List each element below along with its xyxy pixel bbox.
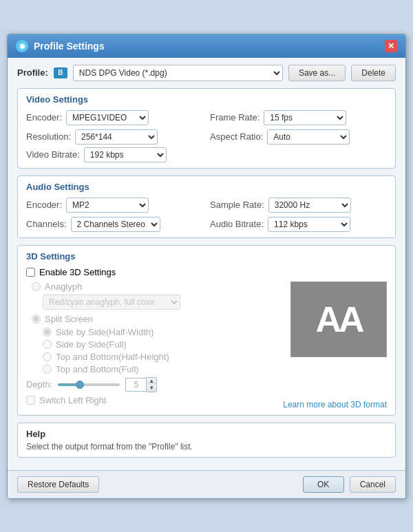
audio-settings-section: Audio Settings Encoder: MP2 Sample Rate:… xyxy=(17,175,396,238)
top-bottom-full-label: Top and Bottom(Full) xyxy=(56,364,139,374)
depth-slider[interactable] xyxy=(58,383,120,386)
side-by-side-full-label: Side by Side(Full) xyxy=(56,339,127,350)
title-bar: ◉ Profile Settings ✕ xyxy=(8,34,405,58)
top-bottom-half-row: Top and Bottom(Half-Height) xyxy=(26,352,276,362)
footer-right-buttons: OK Cancel xyxy=(303,476,396,493)
delete-button[interactable]: Delete xyxy=(351,65,396,81)
learn-more-link[interactable]: Learn more about 3D format xyxy=(283,400,387,409)
app-icon: ◉ xyxy=(16,40,28,52)
channels-label: Channels: xyxy=(26,219,67,229)
side-by-side-full-radio[interactable] xyxy=(43,340,52,349)
video-settings-grid: Encoder: MPEG1VIDEO Frame Rate: 15 fps R… xyxy=(26,110,387,145)
video-bitrate-row: Video Bitrate: 192 kbps xyxy=(26,147,387,162)
depth-down-arrow[interactable]: ▼ xyxy=(147,385,156,392)
enable-3d-checkbox[interactable] xyxy=(26,268,35,277)
cancel-button[interactable]: Cancel xyxy=(350,476,396,493)
enable-3d-row: Enable 3D Settings xyxy=(26,267,387,277)
profile-settings-dialog: ◉ Profile Settings ✕ Profile: B NDS DPG … xyxy=(7,34,406,499)
depth-up-arrow[interactable]: ▲ xyxy=(147,378,156,385)
restore-defaults-button[interactable]: Restore Defaults xyxy=(17,476,99,493)
video-bitrate-select[interactable]: 192 kbps xyxy=(84,147,167,162)
footer: Restore Defaults OK Cancel xyxy=(8,470,405,498)
video-settings-title: Video Settings xyxy=(26,94,387,105)
depth-value: 5 xyxy=(125,378,146,392)
help-text: Select the output format from the "Profi… xyxy=(26,442,387,451)
audio-bitrate-select[interactable]: 112 kbps xyxy=(268,217,350,232)
anaglyph-select[interactable]: Red/cyan anaglyph, full color xyxy=(43,295,180,310)
audio-encoder-label: Encoder: xyxy=(26,200,62,210)
3d-options: Anaglyph Red/cyan anaglyph, full color S… xyxy=(26,281,276,409)
video-bitrate-label: Video Bitrate: xyxy=(26,149,80,160)
side-by-side-half-radio[interactable] xyxy=(43,328,52,337)
top-bottom-half-radio[interactable] xyxy=(43,352,52,361)
anaglyph-radio[interactable] xyxy=(32,282,41,291)
audio-encoder-select[interactable]: MP2 xyxy=(66,198,149,213)
audio-settings-grid: Encoder: MP2 Sample Rate: 32000 Hz Chann… xyxy=(26,198,387,232)
channels-row: Channels: 2 Channels Stereo xyxy=(26,217,203,232)
3d-content: Anaglyph Red/cyan anaglyph, full color S… xyxy=(26,281,387,409)
sample-rate-row: Sample Rate: 32000 Hz xyxy=(210,198,387,213)
split-screen-radio[interactable] xyxy=(32,315,41,323)
aspect-ratio-select[interactable]: Auto xyxy=(267,129,350,145)
side-by-side-full-row: Side by Side(Full) xyxy=(26,339,276,350)
sample-rate-label: Sample Rate: xyxy=(210,200,264,210)
switch-left-right-row: Switch Left Right xyxy=(26,395,276,405)
side-by-side-half-row: Side by Side(Half-Width) xyxy=(26,327,276,337)
top-bottom-full-radio[interactable] xyxy=(43,365,52,374)
3d-preview: AA xyxy=(290,281,387,357)
top-bottom-full-row: Top and Bottom(Full) xyxy=(26,364,276,374)
split-screen-row: Split Screen xyxy=(26,314,276,324)
enable-3d-label[interactable]: Enable 3D Settings xyxy=(39,267,116,277)
audio-bitrate-row: Audio Bitrate: 112 kbps xyxy=(210,217,387,232)
depth-row: Depth: 5 ▲ ▼ xyxy=(26,377,276,392)
resolution-row: Resolution: 256*144 xyxy=(26,129,203,145)
3d-settings-title: 3D Settings xyxy=(26,251,387,262)
video-settings-section: Video Settings Encoder: MPEG1VIDEO Frame… xyxy=(17,88,396,169)
audio-settings-title: Audio Settings xyxy=(26,182,387,192)
frame-rate-select[interactable]: 15 fps xyxy=(264,110,346,125)
help-section: Help Select the output format from the "… xyxy=(17,423,396,458)
split-screen-label: Split Screen xyxy=(45,314,93,324)
audio-bitrate-label: Audio Bitrate: xyxy=(210,219,264,229)
ok-button[interactable]: OK xyxy=(303,476,344,493)
3d-settings-section: 3D Settings Enable 3D Settings Anaglyph … xyxy=(17,245,396,416)
preview-letters: AA xyxy=(315,299,361,340)
close-button[interactable]: ✕ xyxy=(385,40,397,52)
anaglyph-label: Anaglyph xyxy=(45,281,82,292)
resolution-select[interactable]: 256*144 xyxy=(75,129,158,145)
frame-rate-label: Frame Rate: xyxy=(210,112,260,123)
encoder-select[interactable]: MPEG1VIDEO xyxy=(66,110,149,125)
3d-right-column: AA Learn more about 3D format xyxy=(283,281,387,409)
aspect-ratio-label: Aspect Ratio: xyxy=(210,131,263,142)
profile-label: Profile: xyxy=(17,67,48,78)
profile-type-icon: B xyxy=(54,67,67,78)
side-by-side-half-label: Side by Side(Half-Width) xyxy=(56,327,153,337)
profile-select[interactable]: NDS DPG Video (*.dpg) xyxy=(73,65,283,81)
frame-rate-row: Frame Rate: 15 fps xyxy=(210,110,387,125)
title-bar-left: ◉ Profile Settings xyxy=(16,40,105,52)
top-bottom-half-label: Top and Bottom(Half-Height) xyxy=(56,352,169,362)
switch-left-right-checkbox[interactable] xyxy=(26,396,35,405)
profile-row: Profile: B NDS DPG Video (*.dpg) Save as… xyxy=(17,65,396,81)
depth-spinner-arrows[interactable]: ▲ ▼ xyxy=(146,377,157,392)
encoder-row: Encoder: MPEG1VIDEO xyxy=(26,110,203,125)
channels-select[interactable]: 2 Channels Stereo xyxy=(71,217,160,232)
encoder-label: Encoder: xyxy=(26,112,62,123)
switch-left-right-label: Switch Left Right xyxy=(39,395,107,405)
depth-spinner: 5 ▲ ▼ xyxy=(125,377,157,392)
dialog-content: Profile: B NDS DPG Video (*.dpg) Save as… xyxy=(8,58,405,470)
depth-label: Depth: xyxy=(26,379,52,390)
dialog-title: Profile Settings xyxy=(34,41,105,52)
resolution-label: Resolution: xyxy=(26,131,71,142)
sample-rate-select[interactable]: 32000 Hz xyxy=(268,198,351,213)
help-title: Help xyxy=(26,429,387,439)
audio-encoder-row: Encoder: MP2 xyxy=(26,198,203,213)
save-as-button[interactable]: Save as... xyxy=(288,65,346,81)
aspect-ratio-row: Aspect Ratio: Auto xyxy=(210,129,387,145)
anaglyph-row: Anaglyph xyxy=(26,281,276,292)
